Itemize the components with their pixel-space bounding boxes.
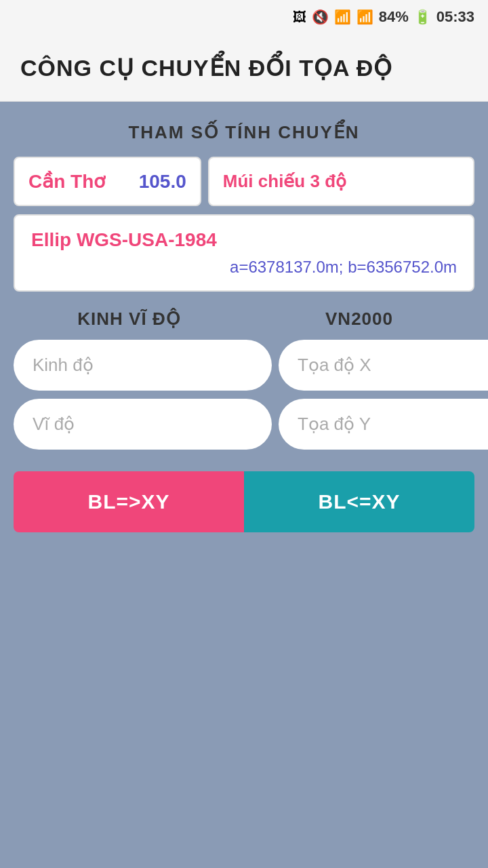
mui-chieu-label: Múi chiếu 3 độ [223, 171, 346, 192]
toa-do-y-input[interactable] [279, 399, 488, 450]
image-icon: 🖼 [293, 9, 306, 25]
section-label: THAM SỐ TÍNH CHUYỂN [128, 122, 359, 143]
toa-do-x-input[interactable] [279, 340, 488, 391]
city-selector[interactable]: Cần Thơ 105.0 [14, 157, 201, 206]
input-row-2 [14, 399, 474, 450]
city-name: Cần Thơ [28, 170, 105, 193]
battery-icon: 🔋 [414, 9, 431, 25]
vi-do-input[interactable] [14, 399, 272, 450]
col-header-left: KINH VĨ ĐỘ [14, 309, 244, 330]
time-display: 05:33 [436, 8, 474, 26]
main-content: THAM SỐ TÍNH CHUYỂN Cần Thơ 105.0 Múi ch… [0, 102, 488, 868]
column-headers: KINH VĨ ĐỘ VN2000 [14, 309, 474, 330]
action-row: BL=>XY BL<=XY [14, 471, 474, 532]
xy-to-bl-button[interactable]: BL<=XY [244, 471, 474, 532]
mute-icon: 🔇 [312, 9, 329, 25]
app-bar: CÔNG CỤ CHUYỂN ĐỔI TỌA ĐỘ [0, 34, 488, 102]
input-row-1 [14, 340, 474, 391]
kinh-do-input[interactable] [14, 340, 272, 391]
status-icons: 🖼 🔇 📶 📶 84% 🔋 05:33 [293, 8, 474, 26]
wifi-icon: 📶 [334, 9, 351, 25]
battery-level: 84% [379, 8, 409, 26]
app-title: CÔNG CỤ CHUYỂN ĐỔI TỌA ĐỘ [20, 54, 392, 81]
signal-icon: 📶 [357, 9, 373, 25]
bl-to-xy-button[interactable]: BL=>XY [14, 471, 244, 532]
ellip-title: Ellip WGS-USA-1984 [31, 229, 457, 251]
col-header-right: VN2000 [244, 309, 474, 330]
city-value: 105.0 [139, 171, 186, 193]
param-row: Cần Thơ 105.0 Múi chiếu 3 độ [14, 157, 474, 206]
ellip-box[interactable]: Ellip WGS-USA-1984 a=6378137.0m; b=63567… [14, 214, 474, 292]
status-bar: 🖼 🔇 📶 📶 84% 🔋 05:33 [0, 0, 488, 34]
ellip-params: a=6378137.0m; b=6356752.0m [31, 258, 457, 277]
mui-chieu-selector[interactable]: Múi chiếu 3 độ [208, 157, 474, 206]
